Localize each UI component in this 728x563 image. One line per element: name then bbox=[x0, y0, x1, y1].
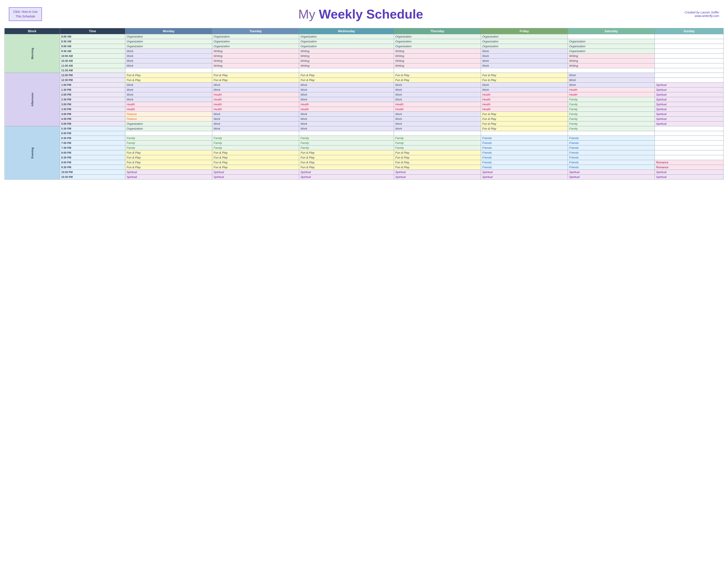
schedule-cell bbox=[655, 39, 724, 44]
schedule-cell: Health bbox=[125, 102, 212, 107]
schedule-cell: Organization bbox=[299, 39, 394, 44]
schedule-cell: Organization bbox=[125, 34, 212, 39]
time-cell: 8:00 PM bbox=[60, 150, 125, 155]
schedule-cell: Spiritual bbox=[655, 87, 724, 92]
schedule-cell: Family bbox=[394, 141, 481, 145]
schedule-cell: Writing bbox=[212, 49, 299, 54]
schedule-cell: Finance bbox=[125, 112, 212, 117]
table-row: 2:30 PM Work Health Work Work Health Fam… bbox=[5, 97, 724, 102]
schedule-cell: Family bbox=[568, 121, 655, 126]
weekly-schedule-table: Block Time Monday Tuesday Wednesday Thur… bbox=[4, 28, 724, 179]
schedule-cell: Work bbox=[212, 126, 299, 131]
schedule-cell: Fun & Play bbox=[212, 73, 299, 78]
schedule-cell: Spiritual bbox=[394, 170, 481, 175]
schedule-cell: Friends bbox=[481, 160, 568, 165]
schedule-cell: Fun & Play bbox=[394, 160, 481, 165]
schedule-cell: Health bbox=[481, 97, 568, 102]
schedule-cell: Work bbox=[125, 87, 212, 92]
table-row: 4:30 PM Finance Work Work Work Fun & Pla… bbox=[5, 117, 724, 121]
table-row: 5:00 PM Organization Work Work Work Fun … bbox=[5, 121, 724, 126]
schedule-cell: Spiritual bbox=[481, 170, 568, 175]
table-row: 11:00 AM Work Writing Writing Writing Wo… bbox=[5, 63, 724, 68]
creator-website: www.writerfly.com bbox=[679, 14, 719, 18]
time-cell: 9:00 PM bbox=[60, 160, 125, 165]
schedule-cell: Fun & Play bbox=[481, 117, 568, 121]
schedule-cell: Spiritual bbox=[568, 170, 655, 175]
schedule-cell: Spiritual bbox=[394, 175, 481, 179]
header-sunday: Sunday bbox=[655, 28, 724, 34]
table-row: 6:30 PM Family Family Family Family Frie… bbox=[5, 136, 724, 141]
schedule-cell bbox=[299, 131, 394, 136]
schedule-cell: Work bbox=[394, 117, 481, 121]
table-row: 8:00 PM Fun & Play Fun & Play Fun & Play… bbox=[5, 150, 724, 155]
schedule-cell: Friends bbox=[568, 145, 655, 150]
schedule-cell: Spiritual bbox=[125, 170, 212, 175]
table-row: 2:00 PM Work Health Work Work Health Hea… bbox=[5, 92, 724, 97]
schedule-cell: Fun & Play bbox=[299, 160, 394, 165]
block-morning: Morning bbox=[5, 34, 60, 73]
table-row: 10:30 AM Work Writing Writing Writing Wo… bbox=[5, 58, 724, 63]
schedule-cell: Health bbox=[212, 107, 299, 112]
schedule-cell: Writing bbox=[394, 49, 481, 54]
time-cell: 11:00 AM bbox=[60, 63, 125, 68]
header-friday: Friday bbox=[481, 28, 568, 34]
schedule-cell: Work bbox=[125, 63, 212, 68]
schedule-cell: Fun & Play bbox=[299, 73, 394, 78]
time-cell: 7:30 PM bbox=[60, 145, 125, 150]
schedule-cell: Work bbox=[299, 112, 394, 117]
header-wednesday: Wednesday bbox=[299, 28, 394, 34]
schedule-cell: Health bbox=[481, 92, 568, 97]
header-time: Time bbox=[60, 28, 125, 34]
click-how-to-use[interactable]: Click: How to UseThis Schedule bbox=[9, 7, 42, 21]
schedule-cell: Writing bbox=[394, 63, 481, 68]
schedule-cell: Health bbox=[394, 102, 481, 107]
schedule-cell bbox=[655, 58, 724, 63]
schedule-cell: Work bbox=[212, 87, 299, 92]
table-row: 4:00 PM Finance Work Work Work Fun & Pla… bbox=[5, 112, 724, 117]
schedule-cell: Fun & Play bbox=[299, 78, 394, 83]
schedule-cell: Fun & Play bbox=[125, 78, 212, 83]
schedule-cell: Family bbox=[299, 136, 394, 141]
schedule-cell: Health bbox=[299, 107, 394, 112]
time-cell: 1:30 PM bbox=[60, 87, 125, 92]
table-row: 9:00 PM Fun & Play Fun & Play Fun & Play… bbox=[5, 160, 724, 165]
schedule-cell bbox=[655, 126, 724, 131]
schedule-cell: Writing bbox=[568, 58, 655, 63]
schedule-cell: Family bbox=[568, 126, 655, 131]
schedule-cell: Work bbox=[568, 83, 655, 87]
table-row: 1:30 PM Work Work Work Work Work Health … bbox=[5, 87, 724, 92]
schedule-cell: Organization bbox=[125, 121, 212, 126]
schedule-cell: Fun & Play bbox=[481, 78, 568, 83]
schedule-cell bbox=[568, 131, 655, 136]
table-row: 6:00 PM bbox=[5, 131, 724, 136]
schedule-cell: Fun & Play bbox=[299, 155, 394, 160]
schedule-cell: Work bbox=[481, 58, 568, 63]
schedule-cell: Friends bbox=[481, 165, 568, 170]
schedule-cell: Work bbox=[299, 126, 394, 131]
schedule-cell: Family bbox=[212, 145, 299, 150]
time-cell: 8:00 AM bbox=[60, 34, 125, 39]
schedule-cell: Health bbox=[125, 107, 212, 112]
time-cell: 11:30 AM bbox=[60, 68, 125, 73]
time-cell: 4:00 PM bbox=[60, 112, 125, 117]
schedule-cell: Friends bbox=[481, 136, 568, 141]
schedule-cell: Health bbox=[212, 102, 299, 107]
schedule-cell: Health bbox=[481, 102, 568, 107]
schedule-cell: Fun & Play bbox=[299, 150, 394, 155]
schedule-cell bbox=[655, 49, 724, 54]
schedule-cell: Family bbox=[125, 136, 212, 141]
schedule-cell: Spiritual bbox=[655, 117, 724, 121]
schedule-cell: Friends bbox=[568, 136, 655, 141]
schedule-cell: Organization bbox=[212, 34, 299, 39]
schedule-cell: Writing bbox=[212, 54, 299, 58]
schedule-cell: Spiritual bbox=[655, 97, 724, 102]
schedule-cell bbox=[568, 34, 655, 39]
schedule-cell bbox=[655, 73, 724, 78]
schedule-cell: Work bbox=[125, 49, 212, 54]
schedule-cell: Organization bbox=[568, 44, 655, 49]
schedule-cell: Work bbox=[394, 126, 481, 131]
time-cell: 6:30 PM bbox=[60, 136, 125, 141]
header-block: Block bbox=[5, 28, 60, 34]
time-cell: 8:30 PM bbox=[60, 155, 125, 160]
schedule-cell: Work bbox=[125, 54, 212, 58]
